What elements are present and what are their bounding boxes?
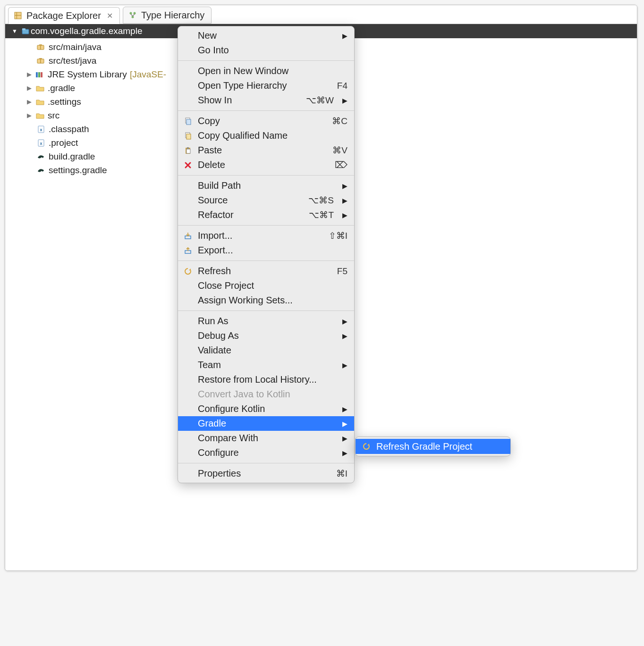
menu-item[interactable]: Compare With▶ <box>178 431 354 445</box>
submenu-arrow-icon: ▶ <box>342 318 347 325</box>
disclosure-closed-icon[interactable]: ▶ <box>26 98 33 105</box>
menu-item-label: Configure <box>198 447 334 458</box>
submenu-arrow-icon: ▶ <box>342 361 347 369</box>
menu-item[interactable]: Close Project <box>178 278 354 293</box>
refresh-icon <box>183 268 193 275</box>
svg-point-5 <box>131 16 134 18</box>
menu-item-label: Restore from Local History... <box>198 374 347 385</box>
submenu-arrow-icon: ▶ <box>342 182 347 190</box>
submenu-arrow-icon: ▶ <box>342 32 347 40</box>
tab-label: Package Explorer <box>26 10 101 21</box>
menu-item[interactable]: Assign Working Sets... <box>178 293 354 308</box>
type-hierarchy-icon <box>128 11 137 19</box>
menu-item-label: Validate <box>198 345 347 356</box>
menu-item-label: Gradle <box>198 418 334 429</box>
menu-item[interactable]: Validate <box>178 343 354 358</box>
xmlfile-icon: x <box>36 125 46 134</box>
menu-item-shortcut: ⌘I <box>336 468 347 479</box>
menu-item[interactable]: Team▶ <box>178 358 354 372</box>
menu-item-label: Open Type Hierarchy <box>198 80 328 91</box>
context-menu[interactable]: New▶Go IntoOpen in New WindowOpen Type H… <box>178 26 355 483</box>
menu-item[interactable]: Build Path▶ <box>178 178 354 193</box>
submenu-arrow-icon: ▶ <box>342 405 347 413</box>
menu-item[interactable]: Configure Kotlin▶ <box>178 402 354 416</box>
menu-item[interactable]: Debug As▶ <box>178 328 354 343</box>
menu-item-shortcut: ⌘V <box>332 145 347 156</box>
menu-item[interactable]: Go Into <box>178 43 354 58</box>
menu-item-label: Refresh <box>198 266 328 277</box>
submenu-item-refresh-gradle-project[interactable]: Refresh Gradle Project <box>356 439 510 454</box>
menu-item-label: Copy <box>198 116 322 126</box>
menu-item[interactable]: Gradle▶ <box>178 416 354 431</box>
menu-item: Convert Java to Kotlin <box>178 387 354 402</box>
menu-item[interactable]: Delete⌦ <box>178 158 354 172</box>
tree-item-label: .project <box>49 138 78 148</box>
submenu-item-label: Refresh Gradle Project <box>376 441 472 452</box>
menu-item-label: Source <box>198 195 299 206</box>
import-icon <box>183 232 193 240</box>
menu-item-shortcut: F4 <box>337 81 347 91</box>
menu-item-label: Close Project <box>198 280 347 291</box>
tree-item-label: build.gradle <box>49 151 95 162</box>
menu-item[interactable]: Open Type HierarchyF4 <box>178 78 354 93</box>
menu-item-label: Export... <box>198 245 347 256</box>
menu-item[interactable]: Copy⌘C <box>178 114 354 128</box>
submenu-arrow-icon: ▶ <box>342 97 347 104</box>
submenu-arrow-icon: ▶ <box>342 449 347 457</box>
menu-item-label: New <box>198 30 334 41</box>
gradle-submenu[interactable]: Refresh Gradle Project <box>355 436 511 456</box>
menu-item-label: Compare With <box>198 433 334 444</box>
menu-item[interactable]: Run As▶ <box>178 314 354 328</box>
tree-item-label: .gradle <box>48 83 75 93</box>
menu-item[interactable]: Show In⌥⌘W▶ <box>178 93 354 108</box>
menu-item[interactable]: Properties⌘I <box>178 466 354 481</box>
menu-item[interactable]: Import...⇧⌘I <box>178 228 354 243</box>
menu-item[interactable]: Restore from Local History... <box>178 372 354 387</box>
tree-item-label: src/main/java <box>49 42 102 52</box>
svg-point-3 <box>129 12 132 15</box>
svg-rect-13 <box>39 58 42 59</box>
close-icon[interactable]: ✕ <box>107 11 113 20</box>
tree-item-suffix: [JavaSE- <box>130 69 166 80</box>
copy-icon <box>183 117 193 125</box>
disclosure-closed-icon[interactable]: ▶ <box>26 112 33 119</box>
disclosure-closed-icon[interactable]: ▶ <box>26 71 33 78</box>
menu-separator <box>178 260 354 261</box>
package-icon <box>36 57 46 65</box>
menu-item-shortcut: ⌥⌘W <box>306 95 334 106</box>
menu-item[interactable]: RefreshF5 <box>178 264 354 278</box>
menu-separator <box>178 310 354 311</box>
svg-rect-2 <box>15 15 21 16</box>
menu-item[interactable]: New▶ <box>178 28 354 43</box>
menu-item[interactable]: Copy Qualified Name <box>178 128 354 143</box>
menu-item-shortcut: ⇧⌘I <box>329 230 347 241</box>
gradle-project-icon <box>21 27 31 35</box>
svg-rect-22 <box>186 119 191 125</box>
menu-item-label: Build Path <box>198 180 334 191</box>
svg-rect-15 <box>38 72 40 77</box>
menu-separator <box>178 60 354 61</box>
menu-item-label: Go Into <box>198 45 347 56</box>
menu-item-shortcut: ⌥⌘T <box>309 210 334 220</box>
menu-item[interactable]: Configure▶ <box>178 445 354 460</box>
menu-item-label: Paste <box>198 145 323 156</box>
disclosure-closed-icon[interactable]: ▶ <box>26 84 33 92</box>
package-explorer-icon <box>13 11 23 20</box>
disclosure-open-icon[interactable]: ▼ <box>12 28 17 34</box>
tree-item-label: .classpath <box>49 124 89 134</box>
library-icon <box>35 70 45 79</box>
menu-item[interactable]: Refactor⌥⌘T▶ <box>178 208 354 222</box>
submenu-arrow-icon: ▶ <box>342 211 347 219</box>
submenu-arrow-icon: ▶ <box>342 332 347 340</box>
svg-text:x: x <box>40 141 42 146</box>
menu-item[interactable]: Paste⌘V <box>178 143 354 158</box>
svg-rect-10 <box>39 44 42 46</box>
menu-item[interactable]: Open in New Window <box>178 64 354 78</box>
menu-item-label: Debug As <box>198 330 334 341</box>
menu-item[interactable]: Export... <box>178 243 354 258</box>
menu-item-label: Open in New Window <box>198 66 347 76</box>
tab-type-hierarchy[interactable]: Type Hierarchy <box>123 7 212 24</box>
tab-package-explorer[interactable]: Package Explorer ✕ <box>8 7 120 24</box>
menu-item[interactable]: Source⌥⌘S▶ <box>178 193 354 208</box>
menu-item-label: Run As <box>198 316 334 327</box>
